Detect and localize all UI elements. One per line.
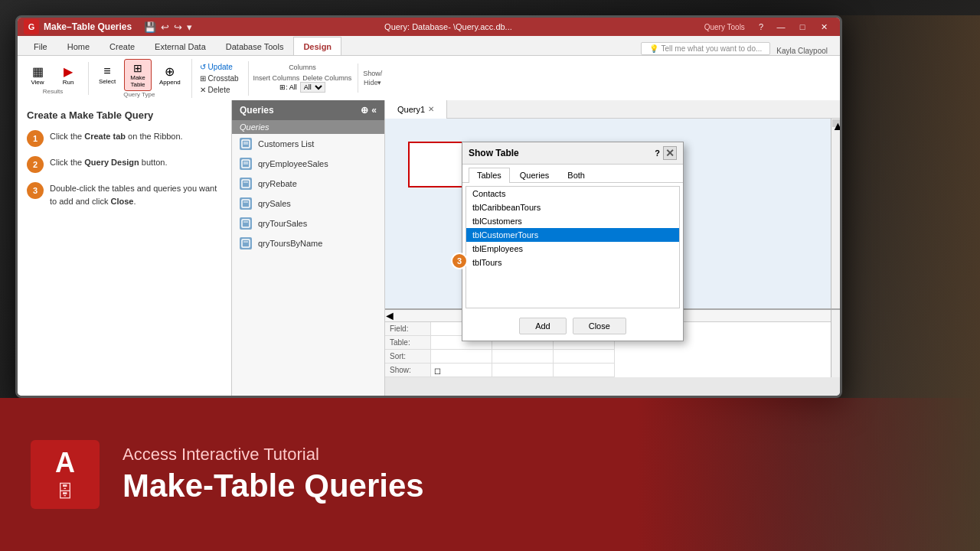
dialog-tab-tables[interactable]: Tables — [469, 168, 510, 183]
grid-cell-3-3[interactable] — [554, 350, 614, 364]
query1-tab-label: Query1 — [397, 105, 425, 114]
maximize-btn[interactable]: □ — [792, 19, 812, 34]
columns-label: Columns — [289, 64, 316, 71]
vertical-scrollbar-bottom[interactable] — [831, 310, 840, 377]
nav-search-icon[interactable]: ⊕ — [361, 105, 368, 116]
delete-label: Delete — [208, 86, 230, 94]
grid-cell-1-3[interactable] — [431, 350, 492, 364]
nav-section-label: Queries — [232, 120, 384, 134]
step-3: 3 Double-click the tables and queries yo… — [27, 182, 222, 207]
nav-item-label-tours-by-name: qryToursByName — [258, 239, 322, 248]
make-table-icon: ⊞ — [133, 62, 142, 74]
view-btn[interactable]: ▦ View — [24, 62, 51, 88]
ribbon-buttons-row: ▦ View ▶ Run Results ≡ Select — [18, 56, 840, 100]
dialog-help[interactable]: ? — [655, 148, 660, 158]
window-title: Query: Database- \Query.acc.db... — [197, 22, 700, 31]
tab-design[interactable]: Design — [293, 37, 341, 55]
qat-more-btn[interactable]: ▾ — [187, 21, 192, 33]
columns-group: Columns Insert Columns Delete Columns ⊞:… — [253, 64, 359, 93]
query-design-body: Show Table ? ✕ Tables Queries Both — [385, 119, 840, 396]
nav-collapse-icon[interactable]: « — [371, 105, 377, 116]
nav-item-sales[interactable]: qrySales — [232, 194, 384, 214]
vertical-scrollbar-top[interactable]: ▲ — [831, 119, 840, 308]
dialog-item-employees[interactable]: tblEmployees — [466, 242, 679, 256]
table-label: Table: — [385, 336, 430, 350]
nav-item-customers-list[interactable]: Customers List — [232, 134, 384, 154]
nav-item-rebate[interactable]: qryRebate — [232, 174, 384, 194]
help-btn[interactable]: ? — [759, 22, 763, 31]
query-type-buttons: ≡ Select ⊞ MakeTable ⊕ Append — [93, 59, 185, 91]
tell-me-bar[interactable]: 💡 Tell me what you want to do... — [641, 42, 771, 55]
query1-tab[interactable]: Query1 ✕ — [385, 100, 447, 119]
step3-float-badge: 3 — [451, 253, 468, 269]
query1-close[interactable]: ✕ — [428, 105, 434, 113]
query-icon-2 — [240, 158, 252, 170]
field-label: Field: — [385, 322, 430, 336]
crosstab-label: Crosstab — [208, 74, 239, 83]
grid-cell-1-4[interactable]: ☐ — [431, 364, 492, 377]
dialog-title: Show Table — [469, 148, 519, 158]
step-1-text: Click the Create tab on the Ribbon. — [50, 130, 183, 143]
nav-item-employee-sales[interactable]: qryEmployeeSales — [232, 154, 384, 174]
dialog-item-contacts[interactable]: Contacts — [466, 187, 679, 201]
app-titlebar: G Make–Table Queries 💾 ↩ ↪ ▾ Query: Data… — [18, 18, 840, 36]
dialog-item-tours[interactable]: tblTours — [466, 256, 679, 269]
dialog-add-btn[interactable]: Add — [519, 318, 567, 334]
dialog-table-list: Contacts tblCaribbeanTours tblCustomers … — [466, 186, 680, 308]
close-btn[interactable]: ✕ — [814, 19, 834, 34]
make-table-btn[interactable]: ⊞ MakeTable — [124, 59, 152, 91]
window-controls: — □ ✕ — [771, 19, 834, 34]
dialog-item-customer-tours[interactable]: tblCustomerTours — [466, 228, 679, 242]
tab-home[interactable]: Home — [57, 37, 100, 55]
crosstab-btn[interactable]: ⊞ Crosstab — [197, 73, 242, 84]
scroll-left[interactable]: ◄ — [385, 310, 394, 322]
make-table-label: MakeTable — [130, 74, 145, 88]
dialog-tab-both[interactable]: Both — [559, 168, 593, 182]
instruction-title: Create a Make Table Query — [27, 109, 222, 121]
minimize-btn[interactable]: — — [771, 19, 791, 34]
append-btn[interactable]: ⊕ Append — [155, 59, 185, 91]
nav-panel: Queries ⊕ « Queries Customers List — [232, 100, 385, 396]
grid-cell-3-4[interactable] — [554, 364, 614, 377]
video-title-overlay: A 🗄 Access Interactive Tutorial Make-Tab… — [0, 398, 980, 551]
main-body: Create a Make Table Query 1 Click the Cr… — [18, 100, 840, 396]
tab-file[interactable]: File — [24, 37, 57, 55]
save-qat-btn[interactable]: 💾 — [144, 21, 156, 33]
nav-header-label: Queries — [240, 105, 274, 116]
dialog-close-action-btn[interactable]: Close — [573, 318, 626, 334]
delete-btn[interactable]: ✕ Delete — [197, 84, 242, 96]
dialog-tab-queries[interactable]: Queries — [511, 168, 558, 182]
video-main-title: Make-Table Queries — [122, 468, 424, 504]
dialog-item-caribbean-tours[interactable]: tblCaribbeanTours — [466, 201, 679, 214]
tab-create[interactable]: Create — [100, 37, 145, 55]
append-icon: ⊕ — [165, 64, 175, 79]
results-label: Results — [43, 88, 64, 95]
svg-rect-6 — [242, 180, 250, 187]
nav-item-label-tour-sales: qryTourSales — [258, 219, 307, 228]
undo-qat-btn[interactable]: ↩ — [161, 21, 169, 33]
run-btn[interactable]: ▶ Run — [54, 62, 82, 88]
scroll-up[interactable]: ▲ — [832, 119, 840, 127]
select-label: Select — [99, 78, 116, 85]
dialog-item-customers[interactable]: tblCustomers — [466, 214, 679, 228]
nav-item-label-rebate: qryRebate — [258, 179, 297, 188]
show-select[interactable]: All — [300, 82, 325, 93]
table-preview-box — [408, 142, 469, 187]
tab-database-tools[interactable]: Database Tools — [216, 37, 294, 55]
grid-cell-2-4[interactable] — [492, 364, 553, 377]
redo-qat-btn[interactable]: ↪ — [174, 21, 182, 33]
query-icon-5 — [240, 217, 252, 230]
nav-item-tour-sales[interactable]: qryTourSales — [232, 214, 384, 233]
nav-item-tours-by-name[interactable]: qryToursByName — [232, 233, 384, 253]
dialog-close-btn[interactable]: ✕ — [663, 146, 677, 160]
grid-cell-2-3[interactable] — [492, 350, 553, 364]
update-btn[interactable]: ↺ Update — [197, 61, 242, 73]
ribbon-tab-bar: File Home Create External Data Database … — [18, 36, 840, 56]
step-2-text: Click the Query Design button. — [50, 156, 167, 169]
tab-external-data[interactable]: External Data — [145, 37, 216, 55]
delete-cols: Delete Columns — [302, 74, 351, 82]
step-1: 1 Click the Create tab on the Ribbon. — [27, 130, 222, 147]
select-btn[interactable]: ≡ Select — [93, 59, 121, 91]
dialog-title-right: ? ✕ — [655, 146, 677, 160]
show-hide-group: Show/ Hide▾ — [363, 70, 382, 86]
